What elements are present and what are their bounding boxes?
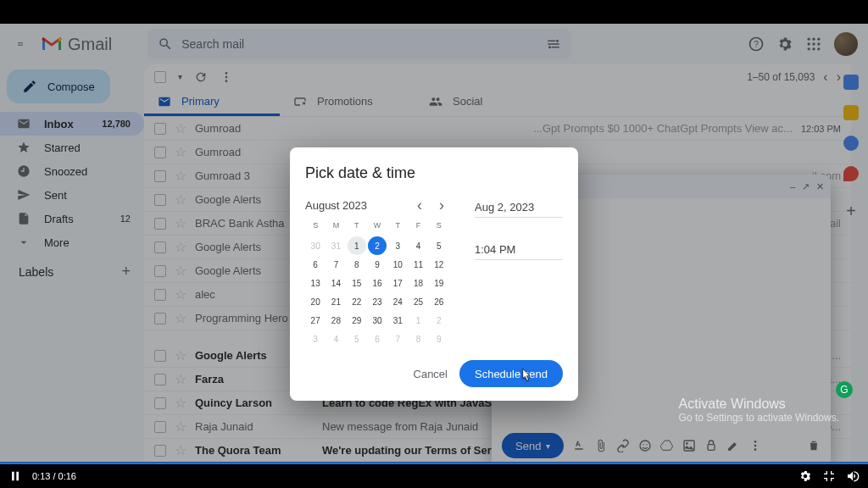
calendar-day[interactable]: 6	[306, 255, 325, 274]
calendar-day[interactable]: 8	[348, 255, 366, 274]
more-options-icon[interactable]	[748, 439, 762, 452]
lock-icon[interactable]	[704, 439, 718, 452]
calendar-day[interactable]: 2	[430, 311, 448, 330]
close-icon[interactable]: ✕	[816, 181, 824, 192]
row-checkbox[interactable]	[154, 445, 166, 457]
star-icon[interactable]: ☆	[175, 371, 186, 387]
calendar-day[interactable]: 25	[409, 292, 428, 311]
tab-primary[interactable]: Primary	[144, 89, 280, 116]
prev-month-icon[interactable]: ‹	[412, 197, 427, 213]
tasks-addon-icon[interactable]	[843, 136, 859, 151]
help-icon[interactable]: ?	[748, 36, 765, 53]
tab-social[interactable]: Social	[415, 89, 551, 116]
calendar-day[interactable]: 4	[409, 236, 428, 255]
link-icon[interactable]	[616, 439, 630, 452]
row-checkbox[interactable]	[154, 313, 166, 324]
star-icon[interactable]: ☆	[175, 263, 186, 279]
calendar-day[interactable]: 9	[430, 330, 448, 348]
calendar-day[interactable]: 5	[430, 236, 448, 255]
calendar-day[interactable]: 14	[326, 274, 345, 292]
pause-icon[interactable]	[8, 469, 22, 483]
refresh-icon[interactable]	[194, 70, 208, 84]
calendar-day[interactable]: 30	[306, 236, 325, 255]
drive-icon[interactable]	[660, 439, 674, 452]
calendar-day[interactable]: 6	[368, 330, 387, 348]
calendar-day[interactable]: 30	[368, 311, 387, 330]
star-icon[interactable]: ☆	[175, 144, 186, 160]
menu-icon[interactable]	[10, 34, 31, 54]
gmail-logo[interactable]: Gmail	[41, 35, 112, 54]
calendar-day[interactable]: 10	[388, 255, 407, 274]
star-icon[interactable]: ☆	[175, 347, 186, 363]
apps-icon[interactable]	[805, 36, 822, 53]
contacts-addon-icon[interactable]	[843, 166, 859, 181]
volume-icon[interactable]	[846, 469, 860, 483]
calendar-day[interactable]: 23	[368, 292, 387, 311]
calendar-day[interactable]: 31	[388, 311, 407, 330]
compose-button[interactable]: Compose	[7, 69, 110, 103]
row-checkbox[interactable]	[154, 374, 166, 385]
row-checkbox[interactable]	[154, 289, 166, 301]
calendar-day[interactable]: 20	[306, 292, 325, 311]
tune-icon[interactable]	[546, 36, 561, 52]
calendar-day[interactable]: 18	[409, 274, 428, 292]
star-icon[interactable]: ☆	[175, 310, 186, 326]
next-month-icon[interactable]: ›	[434, 197, 449, 213]
prev-page-icon[interactable]: ‹	[823, 69, 827, 85]
date-input[interactable]	[475, 197, 563, 218]
calendar-day[interactable]: 21	[326, 292, 345, 311]
calendar-day[interactable]: 7	[326, 255, 345, 274]
calendar-day[interactable]: 12	[430, 255, 448, 274]
add-addon-icon[interactable]: +	[846, 202, 856, 221]
account-avatar[interactable]	[834, 32, 858, 56]
format-icon[interactable]	[572, 439, 586, 452]
calendar-day[interactable]: 7	[388, 330, 407, 348]
calendar-day[interactable]: 8	[409, 330, 428, 348]
calendar-day[interactable]: 22	[348, 292, 366, 311]
calendar-day[interactable]: 27	[306, 311, 325, 330]
calendar-day[interactable]: 19	[430, 274, 448, 292]
calendar-day[interactable]: 3	[388, 236, 407, 255]
star-icon[interactable]: ☆	[175, 395, 186, 411]
star-icon[interactable]: ☆	[175, 419, 186, 435]
row-checkbox[interactable]	[154, 350, 166, 362]
settings-icon[interactable]	[776, 36, 793, 53]
nav-item-starred[interactable]: Starred	[0, 136, 144, 159]
row-checkbox[interactable]	[154, 123, 166, 135]
calendar-day[interactable]: 9	[368, 255, 387, 274]
schedule-send-button[interactable]: Schedule send	[459, 360, 563, 387]
add-label-icon[interactable]: +	[121, 263, 131, 280]
calendar-day[interactable]: 4	[326, 330, 345, 348]
send-button[interactable]: Send▾	[502, 433, 564, 458]
keep-addon-icon[interactable]	[843, 105, 859, 120]
star-icon[interactable]: ☆	[175, 286, 186, 302]
star-icon[interactable]: ☆	[175, 215, 186, 231]
minimize-icon[interactable]: –	[790, 181, 795, 191]
calendar-day[interactable]: 11	[409, 255, 428, 274]
calendar-day[interactable]: 1	[409, 311, 428, 330]
row-checkbox[interactable]	[154, 218, 166, 230]
calendar-day[interactable]: 13	[306, 274, 325, 292]
row-checkbox[interactable]	[154, 397, 166, 409]
nav-item-snoozed[interactable]: Snoozed	[0, 159, 144, 183]
calendar-day[interactable]: 24	[388, 292, 407, 311]
star-icon[interactable]: ☆	[175, 191, 186, 208]
discard-icon[interactable]	[807, 439, 821, 452]
nav-item-inbox[interactable]: Inbox12,780	[0, 112, 144, 136]
time-input[interactable]	[475, 240, 563, 260]
image-icon[interactable]	[682, 439, 696, 452]
cancel-button[interactable]: Cancel	[414, 368, 448, 380]
select-all-checkbox[interactable]	[154, 71, 166, 83]
row-checkbox[interactable]	[154, 170, 166, 182]
star-icon[interactable]: ☆	[175, 239, 186, 255]
calendar-day[interactable]: 1	[348, 236, 366, 255]
tab-promotions[interactable]: Promotions	[280, 89, 415, 116]
emoji-icon[interactable]	[638, 439, 652, 452]
row-checkbox[interactable]	[154, 241, 166, 253]
calendar-addon-icon[interactable]	[843, 75, 859, 90]
row-checkbox[interactable]	[154, 421, 166, 433]
calendar-day[interactable]: 28	[326, 311, 345, 330]
calendar-day[interactable]: 16	[368, 274, 387, 292]
star-icon[interactable]: ☆	[175, 168, 186, 184]
expand-icon[interactable]: ↗	[802, 181, 810, 192]
